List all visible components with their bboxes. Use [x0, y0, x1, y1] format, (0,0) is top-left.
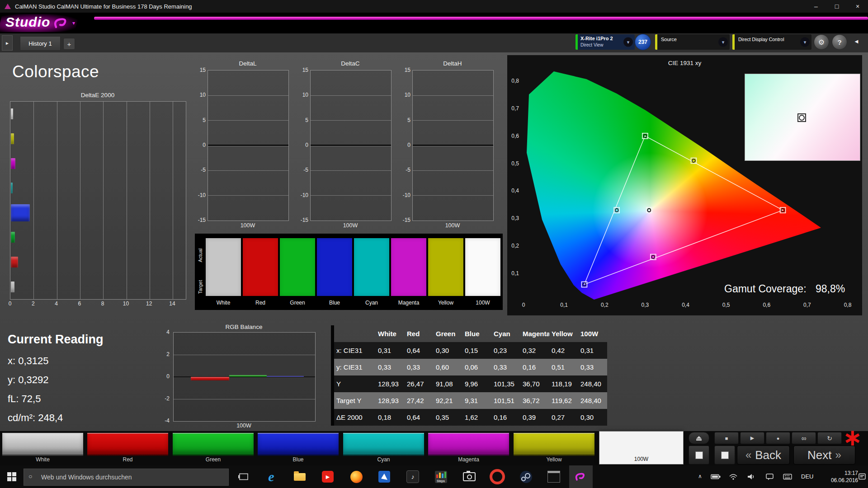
deltal-x-label: 100W — [208, 222, 288, 229]
media-app-button[interactable]: ▶ — [317, 465, 339, 488]
tab-history-1[interactable]: History 1 — [20, 36, 61, 51]
right-panel-expander[interactable]: ◄ — [854, 38, 859, 45]
next-button-label: Next — [807, 448, 831, 462]
swatch-button-100w-selected[interactable]: 100W — [599, 431, 684, 465]
current-reading-title: Current Reading — [8, 333, 104, 347]
reading-y: y: 0,3292 — [8, 374, 49, 386]
edge-browser-button[interactable]: e — [260, 465, 282, 488]
firefox-button[interactable] — [345, 465, 367, 488]
minimize-button[interactable]: – — [806, 0, 826, 13]
recorder-app-button[interactable] — [486, 465, 508, 488]
swatch-label: Green — [173, 456, 254, 463]
display-mode-button[interactable] — [689, 446, 709, 465]
file-explorer-button[interactable] — [289, 465, 311, 488]
swatch-button-cyan[interactable] — [343, 433, 424, 456]
page-title: Colorspace — [12, 62, 99, 81]
display-control-caret-icon[interactable]: ▾ — [800, 38, 810, 47]
add-tab-button[interactable]: + — [63, 38, 75, 50]
deltah-chart-title: DeltaH — [412, 60, 493, 67]
touch-keyboard-icon[interactable] — [783, 474, 792, 480]
console-app-button[interactable] — [543, 465, 565, 488]
deltae-gridline — [57, 102, 57, 299]
maximize-button[interactable]: □ — [826, 0, 847, 13]
swatch-button-white[interactable] — [2, 433, 83, 456]
play-icon: ▶ — [750, 435, 754, 441]
deltah-y-axis: 151050-5-10-15 — [396, 66, 410, 224]
swatch-button-blue[interactable] — [258, 433, 339, 456]
stop-button[interactable]: ■ — [714, 432, 739, 444]
action-center-icon[interactable] — [859, 473, 866, 480]
clock[interactable]: 13:17 06.06.2016 — [819, 469, 858, 484]
calman-swirl-icon — [574, 471, 588, 483]
deltac-chart-title: DeltaC — [310, 60, 391, 67]
task-view-button[interactable] — [232, 465, 254, 488]
patch-window-button[interactable] — [714, 446, 735, 465]
left-panel-expander[interactable]: ► — [2, 35, 13, 51]
start-button[interactable] — [1, 465, 23, 488]
volume-icon[interactable] — [747, 473, 755, 480]
eject-button[interactable] — [689, 432, 709, 444]
help-icon: ? — [837, 38, 841, 46]
source-dropdown-caret-icon[interactable]: ▾ — [718, 38, 728, 47]
strip-swatch-blue — [317, 238, 352, 296]
meter-dropdown-caret-icon[interactable]: ▾ — [623, 38, 633, 47]
back-button[interactable]: « Back — [737, 446, 790, 465]
deltae-bar-green — [11, 232, 15, 243]
message-icon[interactable] — [766, 473, 774, 480]
camera-app-button[interactable] — [458, 465, 480, 488]
music-app-button[interactable]: ♪ — [402, 465, 424, 488]
display-control-dropdown[interactable]: Direct Display Control ▾ — [732, 34, 811, 50]
continuous-read-button[interactable]: ∞ — [792, 432, 816, 444]
deltac-zero-trace — [311, 145, 391, 146]
meter-dropdown[interactable]: X-Rite i1Pro 2 Direct View ▾ — [576, 34, 635, 50]
swatch-button-green[interactable] — [173, 433, 254, 456]
rgb-balance-plot — [173, 332, 316, 422]
deltal-zero-trace — [208, 145, 288, 146]
refresh-button[interactable]: ↻ — [817, 432, 842, 444]
strip-swatch-red — [243, 238, 278, 296]
reading-cd: cd/m²: 248,4 — [8, 412, 63, 424]
swatch-label: White — [2, 456, 83, 463]
deltac-y-axis: 151050-5-10-15 — [294, 66, 308, 224]
next-button[interactable]: Next » — [793, 446, 855, 465]
next-chevrons-icon: » — [835, 449, 841, 461]
swatch-label: Cyan — [343, 456, 424, 463]
help-button[interactable]: ? — [832, 34, 847, 50]
taskbar-search-input[interactable] — [40, 469, 225, 485]
close-button[interactable]: × — [847, 0, 868, 13]
wifi-icon[interactable] — [729, 473, 738, 480]
swatch-button-red[interactable] — [87, 433, 168, 456]
rgb-balance-x-label: 100W — [173, 422, 315, 429]
record-icon: ● — [777, 436, 780, 441]
cortana-ring-icon: ○ — [28, 473, 32, 480]
steps-recorder-button[interactable]: Steps — [430, 465, 452, 488]
rgb-balance-y-axis: 420-2-4 — [157, 328, 170, 424]
read-once-button[interactable]: ● — [766, 432, 790, 444]
deltae-bar-red — [11, 257, 18, 267]
firefox-icon — [350, 471, 363, 483]
deltae-chart-title: DeltaE 2000 — [10, 92, 185, 99]
deltae-bar-magenta — [11, 158, 15, 169]
deltah-zero-trace — [413, 145, 493, 146]
source-dropdown[interactable]: Source ▾ — [655, 34, 730, 50]
battery-icon[interactable] — [711, 474, 721, 479]
tray-expand-chevron-icon[interactable]: ∧ — [698, 473, 702, 479]
deltae-gridline — [80, 102, 80, 299]
swatch-button-yellow[interactable] — [514, 433, 594, 456]
tab-bar: ► History 1 + X-Rite i1Pro 2 Direct View… — [0, 33, 868, 53]
steam-button[interactable] — [515, 465, 537, 488]
settings-gear-button[interactable]: ⚙ — [814, 34, 829, 50]
deltah-x-label: 100W — [412, 222, 493, 229]
swatch-label: Red — [87, 456, 168, 463]
taskbar-search[interactable]: ○ — [24, 469, 229, 486]
title-bar: CalMAN Studio CalMAN Ultimate for Busine… — [0, 0, 868, 13]
language-indicator[interactable]: DEU — [801, 473, 813, 480]
color-tool-button[interactable] — [373, 465, 395, 488]
studio-swirl-icon — [52, 16, 71, 30]
swatch-button-magenta[interactable] — [428, 433, 509, 456]
play-button[interactable]: ▶ — [740, 432, 764, 444]
calman-taskbar-button-active[interactable] — [569, 465, 593, 488]
meter-count-badge[interactable]: 237 — [635, 34, 651, 50]
infinity-icon: ∞ — [802, 434, 807, 442]
studio-menu-caret-icon[interactable]: ▾ — [72, 20, 75, 26]
